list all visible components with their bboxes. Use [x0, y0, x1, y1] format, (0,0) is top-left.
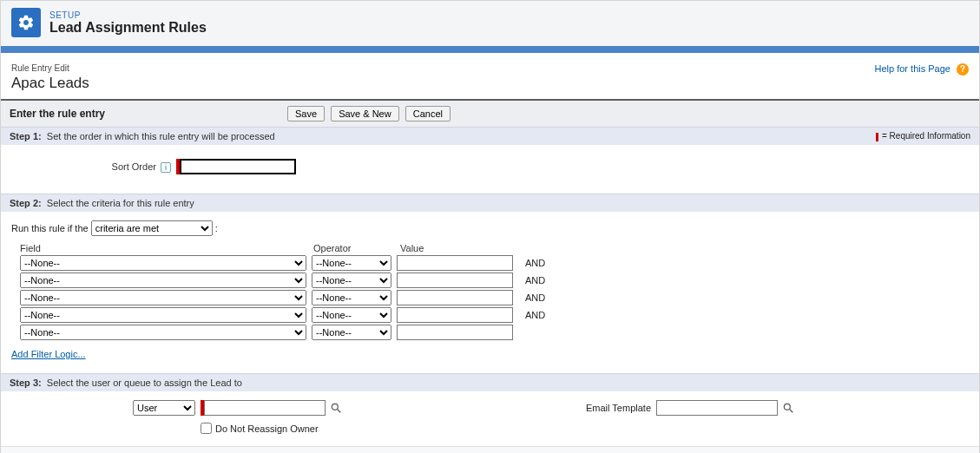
footer-buttons: Save Save & New Cancel: [1, 446, 979, 453]
email-template-lookup-icon[interactable]: [781, 401, 795, 415]
required-legend: = Required Information: [876, 131, 970, 141]
criteria-row: --None-- --None-- AND: [11, 307, 969, 323]
and-label: AND: [525, 275, 545, 286]
svg-line-3: [790, 410, 793, 413]
owner-input[interactable]: [204, 400, 326, 416]
page-title: Lead Assignment Rules: [49, 20, 207, 36]
save-button[interactable]: Save: [287, 106, 325, 121]
operator-select[interactable]: --None--: [312, 255, 391, 271]
field-select[interactable]: --None--: [20, 255, 306, 271]
value-input[interactable]: [397, 272, 513, 288]
operator-select[interactable]: --None--: [312, 307, 391, 323]
run-if-label: Run this rule if the: [11, 223, 89, 233]
page-header: SETUP Lead Assignment Rules: [1, 1, 979, 46]
setup-label: SETUP: [49, 10, 207, 20]
gear-icon: [11, 8, 41, 37]
sort-order-input[interactable]: [180, 159, 296, 174]
operator-select[interactable]: --None--: [312, 290, 391, 305]
field-select[interactable]: --None--: [20, 307, 306, 323]
value-input[interactable]: [397, 255, 513, 271]
criteria-row: --None-- --None-- AND: [11, 290, 969, 305]
enter-rule-section: Enter the rule entry Save Save & New Can…: [1, 101, 979, 127]
svg-point-0: [332, 404, 338, 410]
cancel-button[interactable]: Cancel: [405, 106, 451, 121]
col-value: Value: [400, 243, 522, 253]
save-new-button[interactable]: Save & New: [331, 106, 399, 121]
operator-select[interactable]: --None--: [312, 272, 391, 288]
svg-point-2: [784, 404, 790, 410]
step3-title: Step 3:: [10, 378, 42, 388]
operator-select[interactable]: --None--: [312, 325, 391, 340]
criteria-row: --None-- --None--: [11, 325, 969, 340]
add-filter-logic-link[interactable]: Add Filter Logic...: [11, 349, 86, 359]
section-title: Enter the rule entry: [10, 108, 287, 120]
and-label: AND: [525, 310, 545, 320]
sort-order-label: Sort Order i: [11, 161, 176, 173]
col-field: Field: [20, 243, 313, 253]
email-template-input[interactable]: [656, 400, 778, 416]
email-template-label: Email Template: [586, 403, 651, 413]
run-if-select[interactable]: criteria are met: [91, 220, 213, 236]
field-select[interactable]: --None--: [20, 325, 306, 340]
do-not-reassign-label: Do Not Reassign Owner: [215, 423, 319, 434]
step3-desc: Select the user or queue to assign the L…: [47, 378, 242, 388]
rule-name: Apac Leads: [11, 75, 89, 92]
step3-bar: Step 3: Select the user or queue to assi…: [1, 373, 979, 391]
do-not-reassign-checkbox[interactable]: [201, 423, 212, 434]
step2-bar: Step 2: Select the criteria for this rul…: [1, 194, 979, 212]
criteria-grid: Field Operator Value --None-- --None-- A…: [11, 243, 969, 340]
help-link[interactable]: Help for this Page: [875, 63, 950, 74]
field-select[interactable]: --None--: [20, 290, 306, 305]
step1-title: Step 1:: [10, 131, 42, 141]
and-label: AND: [525, 258, 545, 268]
value-input[interactable]: [397, 290, 513, 305]
criteria-row: --None-- --None-- AND: [11, 255, 969, 271]
value-input[interactable]: [397, 307, 513, 323]
info-icon[interactable]: i: [161, 162, 171, 173]
step2-desc: Select the criteria for this rule entry: [47, 198, 194, 208]
and-label: AND: [525, 292, 545, 303]
owner-type-select[interactable]: User: [133, 400, 195, 416]
svg-line-1: [338, 410, 341, 413]
step2-title: Step 2:: [10, 198, 42, 208]
criteria-row: --None-- --None-- AND: [11, 272, 969, 288]
divider-bar: [1, 46, 979, 53]
owner-lookup-icon[interactable]: [329, 401, 343, 415]
step1-bar: Step 1: Set the order in which this rule…: [1, 127, 979, 145]
value-input[interactable]: [397, 325, 513, 340]
help-icon[interactable]: ?: [957, 63, 969, 76]
field-select[interactable]: --None--: [20, 272, 306, 288]
rule-entry-edit-label: Rule Entry Edit: [11, 63, 89, 73]
col-operator: Operator: [313, 243, 400, 253]
